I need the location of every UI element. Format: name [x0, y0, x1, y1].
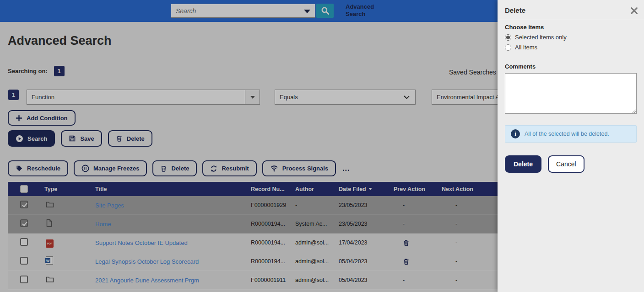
- record-title-link[interactable]: Home: [95, 221, 251, 228]
- close-panel-button[interactable]: [631, 7, 638, 16]
- searching-on-label: Searching on:: [8, 68, 48, 74]
- record-title-link[interactable]: Legal Synopsis October Log Scorecard: [95, 258, 251, 265]
- table-row[interactable]: PDF W 2021 Angourie Dune Assessment Prgm…: [8, 271, 507, 290]
- searching-on-count-badge: 1: [54, 66, 65, 76]
- table-row[interactable]: PDF W Home R00000194... System Ac... 23/…: [8, 215, 507, 234]
- author-cell: admin@sol...: [295, 239, 339, 246]
- next-action-cell: -: [442, 277, 507, 283]
- searching-on-row: Searching on: 1: [8, 66, 65, 76]
- column-header-prev-action[interactable]: Prev Action: [394, 186, 442, 192]
- save-search-button[interactable]: Save: [61, 130, 102, 147]
- delete-search-button[interactable]: Delete: [108, 130, 152, 147]
- resubmit-button[interactable]: Resubmit: [202, 160, 256, 176]
- query-actions-row: Search Save Delete: [8, 130, 152, 147]
- advanced-search-link[interactable]: Advanced Search: [346, 3, 379, 18]
- save-icon: [69, 135, 76, 142]
- manage-freezes-button[interactable]: Manage Freezes: [74, 160, 147, 176]
- delete-panel: Delete Choose items Selected items only …: [498, 0, 644, 292]
- date-filed-cell: 05/04/2023: [339, 277, 394, 283]
- saved-searches-link[interactable]: Saved Searches: [449, 69, 496, 76]
- panel-buttons-row: Delete Cancel: [505, 155, 637, 173]
- row-checkbox[interactable]: [20, 219, 28, 227]
- date-filed-cell: 23/05/2023: [339, 202, 394, 208]
- confirm-delete-button[interactable]: Delete: [505, 155, 541, 173]
- pause-circle-icon: [81, 165, 89, 172]
- prev-action-cell: -: [394, 221, 442, 227]
- next-action-cell: -: [442, 202, 507, 208]
- choose-items-label: Choose items: [505, 24, 637, 31]
- next-action-cell: -: [442, 258, 507, 265]
- global-search-box: [171, 4, 315, 18]
- radio-all-items[interactable]: All items: [505, 44, 637, 51]
- author-cell: admin@sol...: [295, 277, 339, 283]
- condition-number-badge: 1: [8, 90, 19, 100]
- radio-selected-items-only[interactable]: Selected items only: [505, 34, 637, 41]
- column-header-record-number[interactable]: Record Nu...: [251, 186, 295, 192]
- next-action-cell: -: [442, 239, 507, 246]
- plus-icon: [16, 115, 22, 122]
- info-icon: i: [511, 129, 520, 138]
- results-table: Type Title Record Nu... Author Date File…: [8, 182, 507, 290]
- field-dropdown-arrow-icon[interactable]: [245, 90, 260, 104]
- delete-records-button[interactable]: Delete: [152, 160, 197, 176]
- page-title: Advanced Search: [8, 34, 112, 48]
- author-cell: -: [295, 202, 339, 208]
- author-cell: System Ac...: [295, 221, 339, 227]
- author-cell: admin@sol...: [295, 258, 339, 265]
- cancel-button[interactable]: Cancel: [548, 155, 584, 173]
- condition-operator-dropdown[interactable]: Equals: [275, 90, 416, 105]
- date-filed-cell: 05/04/2023: [339, 258, 394, 265]
- row-checkbox[interactable]: [20, 201, 28, 208]
- table-row[interactable]: PDF W Site Pages F0000001929 - 23/05/202…: [8, 196, 507, 215]
- radio-input-all-items[interactable]: [505, 44, 511, 51]
- record-number-cell: F0000001929: [251, 202, 295, 208]
- signal-icon: [270, 165, 278, 172]
- record-title-link[interactable]: Site Pages: [95, 202, 251, 209]
- prev-action-cell: [394, 258, 442, 265]
- tag-icon: [16, 165, 23, 172]
- trash-icon: [403, 258, 410, 265]
- refresh-icon: [210, 165, 217, 172]
- record-title-link[interactable]: 2021 Angourie Dune Assessment Prgm: [95, 277, 251, 284]
- radio-input-selected-items[interactable]: [505, 34, 511, 41]
- prev-action-cell: -: [394, 202, 442, 208]
- column-header-author[interactable]: Author: [295, 186, 339, 192]
- search-button[interactable]: [316, 4, 334, 18]
- prev-action-cell: -: [394, 277, 442, 283]
- play-circle-icon: [16, 135, 23, 143]
- condition-operator-value: Equals: [280, 94, 298, 101]
- word-document-icon: W: [46, 256, 53, 265]
- row-checkbox[interactable]: [20, 276, 28, 283]
- record-number-cell: R00000194...: [251, 221, 295, 227]
- record-title-link[interactable]: Support Notes October IE Updated: [95, 239, 251, 246]
- trash-icon: [116, 135, 123, 142]
- column-header-next-action[interactable]: Next Action: [442, 186, 507, 192]
- table-row[interactable]: PDF W Legal Synopsis October Log Scoreca…: [8, 252, 507, 271]
- record-number-cell: F0000001911: [251, 277, 295, 283]
- comments-textarea[interactable]: [505, 73, 637, 114]
- document-icon: [46, 219, 53, 227]
- results-table-body: PDF W Site Pages F0000001929 - 23/05/202…: [8, 196, 507, 290]
- magnifier-icon: [321, 6, 330, 15]
- date-filed-cell: 17/04/2023: [339, 239, 394, 246]
- more-actions-button[interactable]: ...: [341, 165, 351, 173]
- column-header-type[interactable]: Type: [44, 186, 95, 192]
- record-actions-toolbar: Reschedule Manage Freezes Delete: [8, 160, 351, 176]
- process-signals-button[interactable]: Process Signals: [262, 160, 336, 176]
- search-input[interactable]: [171, 4, 315, 17]
- column-header-title[interactable]: Title: [95, 186, 251, 192]
- pdf-icon: PDF: [46, 239, 54, 248]
- search-scope-dropdown-icon[interactable]: [304, 10, 310, 13]
- search-run-button[interactable]: Search: [8, 130, 55, 147]
- condition-field-dropdown[interactable]: Function: [27, 90, 260, 105]
- folder-icon: [46, 276, 54, 283]
- table-row[interactable]: PDF W Support Notes October IE Updated R…: [8, 234, 507, 252]
- add-condition-button[interactable]: Add Condition: [8, 110, 76, 126]
- column-header-date-filed[interactable]: Date Filed: [339, 186, 394, 192]
- select-all-checkbox[interactable]: [20, 185, 28, 193]
- reschedule-button[interactable]: Reschedule: [8, 160, 68, 176]
- condition-field-value: Function: [32, 94, 54, 101]
- next-action-cell: -: [442, 221, 507, 227]
- row-checkbox[interactable]: [20, 238, 28, 246]
- row-checkbox[interactable]: [20, 257, 28, 265]
